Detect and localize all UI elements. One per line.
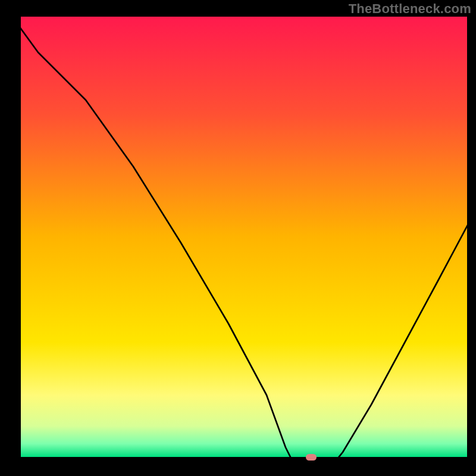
chart-plot — [21, 17, 467, 457]
optimal-marker — [306, 454, 317, 461]
chart-frame: TheBottleneck.com — [0, 0, 476, 476]
watermark-text: TheBottleneck.com — [349, 1, 471, 17]
plot-background — [21, 17, 467, 457]
